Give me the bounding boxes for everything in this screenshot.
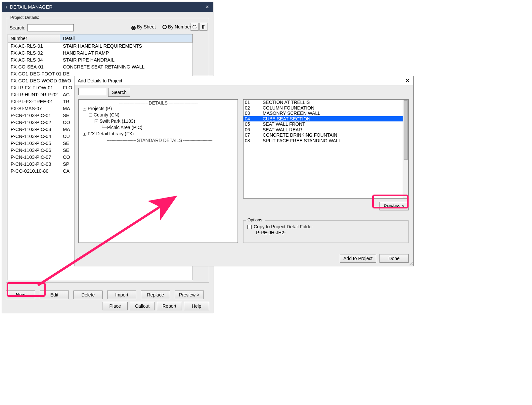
collapse-icon[interactable]: −: [95, 119, 98, 123]
tree-node-fx-library[interactable]: F/X Detail Library (FX): [88, 131, 134, 136]
list-item-name: COLUMN FOUNDATION: [263, 105, 314, 111]
list-item[interactable]: 08SPLIT FACE FREE STANDING WALL: [244, 138, 408, 144]
list-item-number: 08: [245, 138, 263, 144]
radio-by-number[interactable]: By Number: [162, 24, 191, 29]
close-icon[interactable]: ×: [204, 4, 210, 11]
tree-node-swift[interactable]: Swift Park (1103): [100, 118, 135, 124]
list-item-name: MASONRY SCREEN WALL: [263, 111, 320, 116]
cell-number: P-CN-1103-PIC-03: [8, 126, 60, 133]
radio-by-sheet[interactable]: By Sheet: [131, 24, 156, 29]
list-item-number: 01: [245, 100, 263, 105]
details-list[interactable]: 01SECTION AT TRELLIS02COLUMN FOUNDATION0…: [243, 99, 409, 199]
radio-icon: [162, 25, 167, 29]
copy-path: P-RE-JH-JH2-: [247, 230, 404, 235]
add-to-project-button[interactable]: Add to Project: [340, 254, 376, 263]
grip-icon: [5, 5, 7, 9]
list-item[interactable]: 01SECTION AT TRELLIS: [244, 100, 408, 105]
list-item[interactable]: 05SEAT WALL FRONT: [244, 121, 408, 127]
done-button[interactable]: Done: [379, 254, 409, 263]
cell-number: FX-AC-RLS-01: [8, 43, 60, 50]
cell-number: FX-IR-HUNT-DRIP-02: [8, 91, 60, 98]
cell-number: P-CN-1103-PIC-04: [8, 133, 60, 140]
list-item[interactable]: 02COLUMN FOUNDATION: [244, 105, 408, 111]
list-item-name: SECTION AT TRELLIS: [263, 100, 310, 105]
place-button[interactable]: Place: [103, 302, 128, 310]
cell-detail: STAIR HANDRAIL REQUIREMENTS: [60, 43, 193, 50]
list-item-number: 04: [245, 116, 263, 122]
tree-search-button[interactable]: Search: [108, 88, 130, 97]
preview-button[interactable]: Preview >: [175, 291, 204, 299]
cell-number: FX-CO-SEA-01: [8, 64, 60, 70]
project-details-label: Project Details:: [9, 15, 40, 20]
tree-node-projects[interactable]: Projects (P): [88, 106, 112, 111]
add-details-title: Add Details to Project: [78, 78, 405, 83]
tree-section-standard: STANDARD DETAILS: [107, 138, 212, 143]
add-details-dialog: Add Details to Project ✕ Search DETAILS …: [74, 76, 414, 266]
table-row[interactable]: FX-CO-SEA-01CONCRETE SEAT RETAINING WALL: [8, 64, 193, 70]
callout-button[interactable]: Callout: [130, 302, 155, 310]
cell-number: FX-CO1-DEC-WOOD-01: [8, 77, 60, 84]
list-item-number: 05: [245, 121, 263, 127]
tree-node-picnic[interactable]: Picnic Area (PIC): [107, 125, 143, 130]
cell-number: P-CN-1103-PIC-08: [8, 161, 60, 168]
replace-button[interactable]: Replace: [141, 291, 170, 299]
sort-icon[interactable]: [200, 23, 207, 31]
details-tree[interactable]: DETAILS −Projects (P) −County (CN) −Swif…: [78, 99, 238, 243]
cell-detail: STAIR PIPE HANDRAIL: [60, 57, 193, 64]
preview-selected-button[interactable]: Preview >: [379, 202, 409, 210]
cell-detail: HANDRAIL AT RAMP: [60, 50, 193, 57]
table-row[interactable]: FX-AC-RLS-01STAIR HANDRAIL REQUIREMENTS: [8, 43, 193, 50]
cell-number: P-CN-1103-PIC-07: [8, 154, 60, 161]
scrollbar-thumb[interactable]: [404, 100, 408, 160]
list-item-number: 02: [245, 105, 263, 111]
scrollbar[interactable]: [403, 100, 408, 198]
close-icon[interactable]: ✕: [405, 77, 410, 84]
report-button[interactable]: Report: [157, 302, 182, 310]
delete-button[interactable]: Delete: [73, 291, 103, 299]
radio-icon: [131, 26, 136, 30]
table-row[interactable]: FX-AC-RLS-02HANDRAIL AT RAMP: [8, 50, 193, 57]
copy-checkbox[interactable]: [247, 225, 252, 229]
import-button[interactable]: Import: [107, 291, 136, 299]
cell-number: FX-AC-RLS-04: [8, 57, 60, 64]
list-item-name: CONCRETE DRINKING FOUNTAIN: [263, 132, 337, 138]
list-item[interactable]: 07CONCRETE DRINKING FOUNTAIN: [244, 132, 408, 138]
list-item[interactable]: 06SEAT WALL REAR: [244, 127, 408, 133]
copy-checkbox-label: Copy to Project Detail Folder: [254, 224, 313, 229]
new-button[interactable]: New: [6, 291, 35, 299]
list-item-number: 07: [245, 132, 263, 138]
cell-number: FX-SI-MAS-07: [8, 105, 60, 112]
resize-grip-icon[interactable]: [408, 261, 413, 265]
column-detail[interactable]: Detail: [60, 34, 193, 42]
expand-icon[interactable]: +: [83, 132, 86, 136]
list-item[interactable]: 03MASONRY SCREEN WALL: [244, 111, 408, 116]
tree-search-input[interactable]: [78, 88, 106, 95]
refresh-icon[interactable]: [191, 23, 199, 31]
table-row[interactable]: FX-AC-RLS-04STAIR PIPE HANDRAIL: [8, 57, 193, 64]
list-item-name: SEAT WALL FRONT: [263, 121, 305, 127]
edit-button[interactable]: Edit: [40, 291, 69, 299]
cell-number: FX-IR-FX-FLOW-01: [8, 84, 60, 91]
add-details-titlebar[interactable]: Add Details to Project ✕: [74, 76, 413, 85]
cell-detail: CONCRETE SEAT RETAINING WALL: [60, 64, 193, 70]
search-input[interactable]: [27, 24, 74, 31]
cell-number: P-CN-1103-PIC-06: [8, 147, 60, 154]
cell-number: P-CN-1103-PIC-05: [8, 140, 60, 147]
collapse-icon[interactable]: −: [89, 113, 92, 117]
list-item-name: SEAT WALL REAR: [263, 127, 302, 133]
cell-number: P-CN-1103-PIC-02: [8, 119, 60, 126]
tree-node-county[interactable]: County (CN): [94, 112, 119, 117]
list-item-name: CUBE SEAT SECTION: [263, 116, 310, 122]
column-number[interactable]: Number: [8, 34, 60, 42]
cell-number: FX-AC-RLS-02: [8, 50, 60, 57]
list-item-name: SPLIT FACE FREE STANDING WALL: [263, 138, 341, 144]
detail-manager-title: DETAIL MANAGER: [10, 4, 204, 10]
cell-number: FX-PL-FX-TREE-01: [8, 98, 60, 105]
detail-manager-titlebar[interactable]: DETAIL MANAGER ×: [2, 2, 213, 12]
collapse-icon[interactable]: −: [83, 107, 86, 111]
list-item-number: 03: [245, 111, 263, 116]
options-group: Options: Copy to Project Detail Folder P…: [243, 220, 409, 243]
list-item[interactable]: 04CUBE SEAT SECTION: [244, 116, 408, 122]
tree-section-details: DETAILS: [119, 100, 198, 106]
help-button[interactable]: Help: [184, 302, 209, 310]
